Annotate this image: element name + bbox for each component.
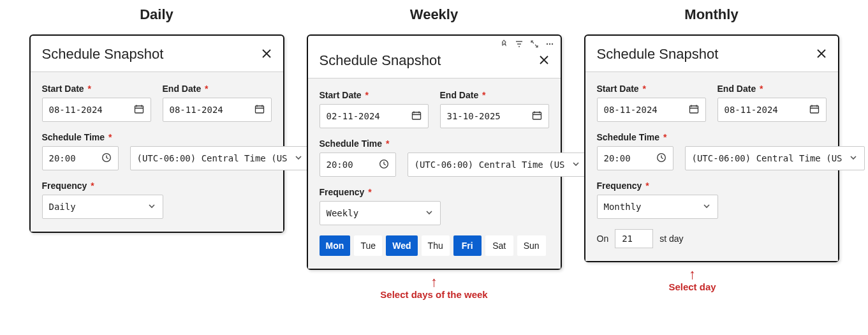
schedule-snapshot-dialog-weekly: Schedule Snapshot Start Date * 02-11-202… [307,34,562,270]
schedule-time-label: Schedule Time * [320,138,549,149]
svg-rect-9 [689,106,698,113]
close-button[interactable] [261,48,272,61]
frequency-label: Frequency * [320,187,549,197]
chevron-down-icon [571,160,580,170]
schedule-snapshot-dialog-monthly: Schedule Snapshot Start Date * 08-11-202… [584,34,839,262]
chevron-down-icon [849,153,858,164]
on-day-input[interactable]: 21 [615,229,653,248]
close-icon [261,48,272,59]
calendar-icon [254,104,265,116]
arrow-up-icon: ↑ [689,267,696,281]
dialog-title: Schedule Snapshot [597,46,719,63]
svg-rect-7 [533,112,541,119]
on-label: On [597,234,609,244]
time-input[interactable]: 20:00 [597,146,673,170]
svg-point-4 [548,43,550,45]
frequency-select[interactable]: Monthly [597,195,718,219]
timezone-select[interactable]: (UTC-06:00) Central Time (US [130,146,310,170]
filter-icon[interactable] [515,40,524,48]
chevron-down-icon [425,208,434,219]
end-date-input[interactable]: 08-11-2024 [717,98,827,122]
weekday-selector: Mon Tue Wed Thu Fri Sat Sun [320,235,549,256]
timezone-select[interactable]: (UTC-06:00) Central Time (US [685,146,865,170]
frequency-select[interactable]: Daily [42,195,163,219]
start-date-input[interactable]: 08-11-2024 [597,98,706,122]
frequency-label: Frequency * [597,181,827,191]
more-icon[interactable] [545,40,554,48]
chevron-down-icon [702,202,711,212]
close-icon [816,48,827,59]
start-date-input[interactable]: 02-11-2024 [320,104,429,128]
day-chip-wed[interactable]: Wed [386,235,417,256]
day-chip-mon[interactable]: Mon [320,235,351,256]
frequency-select[interactable]: Weekly [320,201,441,225]
end-date-label: End Date * [717,84,827,94]
day-chip-sat[interactable]: Sat [485,235,513,256]
day-chip-thu[interactable]: Thu [422,235,450,256]
day-chip-tue[interactable]: Tue [354,235,382,256]
clock-icon [101,153,112,165]
clock-icon [656,153,666,165]
dialog-title: Schedule Snapshot [42,46,164,63]
schedule-time-label: Schedule Time * [597,132,827,142]
close-button[interactable] [816,48,827,61]
close-button[interactable] [539,54,549,67]
calendar-icon [689,104,699,116]
time-input[interactable]: 20:00 [42,146,119,170]
svg-rect-0 [135,106,143,113]
svg-rect-10 [810,106,818,113]
section-title-daily: Daily [140,6,173,23]
start-date-label: Start Date * [597,84,706,94]
end-date-input[interactable]: 31-10-2025 [440,104,549,128]
arrow-up-icon: ↑ [430,275,438,289]
time-input[interactable]: 20:00 [320,153,396,177]
section-title-monthly: Monthly [684,6,738,23]
calendar-icon [809,104,820,116]
schedule-time-label: Schedule Time * [42,132,272,142]
end-date-label: End Date * [163,84,272,94]
chevron-down-icon [294,153,303,164]
day-chip-sun[interactable]: Sun [517,235,546,256]
expand-icon[interactable] [530,40,539,48]
schedule-snapshot-dialog-daily: Schedule Snapshot Start Date * 08-11-202… [29,34,284,233]
svg-point-3 [546,43,547,45]
close-icon [539,55,549,65]
start-date-label: Start Date * [320,90,429,100]
frequency-label: Frequency * [42,181,272,191]
start-date-input[interactable]: 08-11-2024 [42,98,151,122]
dialog-title: Schedule Snapshot [320,52,441,69]
pin-icon[interactable] [499,40,508,48]
calendar-icon [411,110,422,123]
on-suffix: st day [659,234,683,244]
start-date-label: Start Date * [42,84,151,94]
annotation-weekly: ↑ Select days of the week [380,275,487,300]
end-date-input[interactable]: 08-11-2024 [163,98,272,122]
svg-point-5 [551,43,552,45]
section-title-weekly: Weekly [410,6,458,23]
svg-rect-1 [255,106,263,113]
timezone-select[interactable]: (UTC-06:00) Central Time (US [408,153,587,177]
calendar-icon [134,104,144,116]
chevron-down-icon [147,202,156,212]
clock-icon [379,159,389,171]
day-chip-fri[interactable]: Fri [453,235,482,256]
end-date-label: End Date * [440,90,549,100]
svg-rect-6 [412,112,420,119]
calendar-icon [532,110,542,123]
annotation-monthly: ↑ Select day [668,267,716,292]
